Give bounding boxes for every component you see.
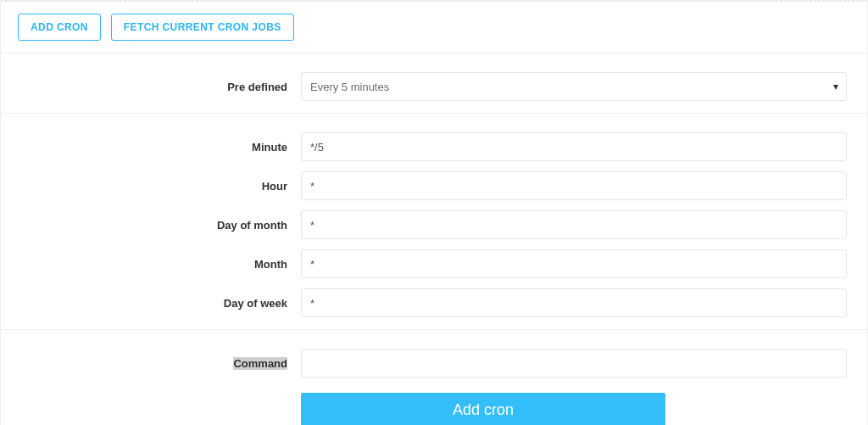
day-of-week-label: Day of week [21, 297, 301, 310]
day-of-month-label: Day of month [21, 219, 301, 232]
fetch-cron-jobs-button[interactable]: FETCH CURRENT CRON JOBS [111, 14, 294, 41]
predefined-select[interactable]: Every 5 minutes [301, 72, 847, 101]
schedule-block: Minute Hour Day of month Month Day of we… [1, 114, 867, 329]
day-of-month-input[interactable] [301, 210, 847, 239]
month-label: Month [21, 258, 301, 271]
minute-label: Minute [21, 141, 301, 154]
predefined-block: Pre defined Every 5 minutes [1, 53, 867, 113]
minute-input[interactable] [301, 132, 847, 161]
button-bar: ADD CRON FETCH CURRENT CRON JOBS [1, 2, 867, 53]
command-label-text: Command [233, 357, 287, 370]
submit-spacer [21, 393, 301, 425]
add-cron-submit-button[interactable]: Add cron [301, 393, 665, 425]
add-cron-button[interactable]: ADD CRON [18, 14, 101, 41]
hour-label: Hour [21, 180, 301, 193]
cron-form-card: ADD CRON FETCH CURRENT CRON JOBS Pre def… [0, 0, 868, 425]
command-input[interactable] [301, 349, 847, 377]
day-of-week-input[interactable] [301, 288, 847, 317]
command-label: Command [21, 357, 301, 370]
predefined-select-wrap: Every 5 minutes [301, 72, 847, 101]
month-input[interactable] [301, 249, 847, 278]
predefined-label: Pre defined [21, 81, 301, 93]
submit-row: Add cron [1, 383, 867, 425]
hour-input[interactable] [301, 171, 847, 200]
command-block: Command Add cron [1, 330, 867, 425]
